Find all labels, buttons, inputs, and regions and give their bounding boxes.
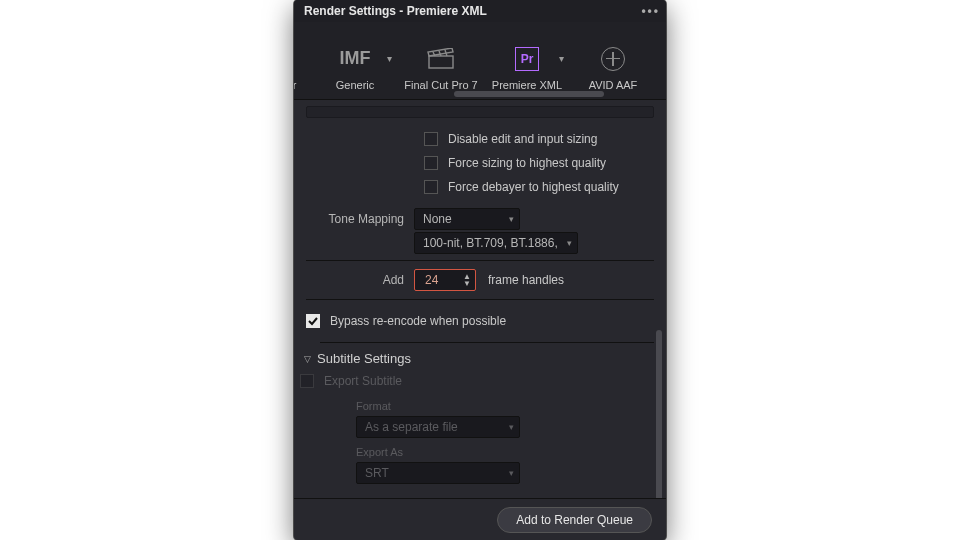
frame-handles-stepper[interactable]: 24 ▲▼ bbox=[414, 269, 476, 291]
render-settings-panel: Render Settings - Premiere XML ••• H.265… bbox=[294, 0, 666, 540]
clapperboard-icon bbox=[427, 48, 455, 70]
subtitle-settings-title: Subtitle Settings bbox=[317, 351, 411, 366]
add-to-render-queue-button[interactable]: Add to Render Queue bbox=[497, 507, 652, 533]
subtitle-exportas-label: Export As bbox=[356, 446, 654, 458]
disable-edit-sizing-checkbox[interactable] bbox=[424, 132, 438, 146]
content-scrollbar[interactable] bbox=[656, 330, 662, 498]
tone-mapping-select[interactable]: None bbox=[414, 208, 520, 230]
subtitle-format-label: Format bbox=[356, 400, 654, 412]
frame-handles-value: 24 bbox=[425, 273, 438, 287]
export-subtitle-label: Export Subtitle bbox=[324, 374, 402, 388]
export-subtitle-checkbox[interactable] bbox=[300, 374, 314, 388]
force-sizing-label: Force sizing to highest quality bbox=[448, 156, 606, 170]
svg-rect-0 bbox=[429, 56, 453, 68]
disclosure-triangle-icon: ▽ bbox=[304, 354, 311, 364]
subtitle-exportas-select[interactable]: SRT bbox=[356, 462, 520, 484]
tab-label: AVID AAF bbox=[570, 79, 656, 91]
subtitle-settings-header[interactable]: ▽ Subtitle Settings bbox=[304, 351, 654, 366]
force-debayer-checkbox[interactable] bbox=[424, 180, 438, 194]
bypass-reencode-checkbox[interactable] bbox=[306, 314, 320, 328]
tone-mapping-label: Tone Mapping bbox=[306, 212, 414, 226]
chevron-down-icon: ▾ bbox=[387, 53, 392, 64]
add-handles-label: Add bbox=[306, 273, 414, 287]
window-title: Render Settings - Premiere XML bbox=[304, 4, 487, 18]
format-tab-premiere-xml[interactable]: Pr▾Premiere XML bbox=[484, 31, 570, 91]
subtitle-format-select[interactable]: As a separate file bbox=[356, 416, 520, 438]
force-debayer-label: Force debayer to highest quality bbox=[448, 180, 619, 194]
tab-label: 265 Master bbox=[294, 79, 312, 91]
footer: Add to Render Queue bbox=[294, 498, 666, 540]
format-tabstrip: H.265265 MasterIMF▾GenericFinal Cut Pro … bbox=[294, 22, 666, 100]
premiere-icon: Pr bbox=[515, 47, 539, 71]
chevron-down-icon: ▾ bbox=[559, 53, 564, 64]
format-tab-avid-aaf[interactable]: AVID AAF bbox=[570, 31, 656, 91]
format-tab-generic[interactable]: IMF▾Generic bbox=[312, 31, 398, 91]
format-tab-final-cut-pro-7[interactable]: Final Cut Pro 7 bbox=[398, 31, 484, 91]
disable-edit-sizing-label: Disable edit and input sizing bbox=[448, 132, 597, 146]
stepper-arrows-icon[interactable]: ▲▼ bbox=[463, 273, 471, 287]
section-divider bbox=[306, 106, 654, 118]
bypass-reencode-label: Bypass re-encode when possible bbox=[330, 314, 506, 328]
settings-body: Disable edit and input sizing Force sizi… bbox=[294, 100, 666, 498]
format-text-icon: IMF bbox=[340, 48, 371, 69]
tone-preset-select[interactable]: 100-nit, BT.709, BT.1886, Full bbox=[414, 232, 578, 254]
tabstrip-scrollbar[interactable] bbox=[454, 91, 604, 97]
more-icon[interactable]: ••• bbox=[641, 4, 660, 18]
force-sizing-checkbox[interactable] bbox=[424, 156, 438, 170]
tab-label: Final Cut Pro 7 bbox=[398, 79, 484, 91]
tab-label: Premiere XML bbox=[484, 79, 570, 91]
tab-label: Generic bbox=[312, 79, 398, 91]
film-reel-icon bbox=[601, 47, 625, 71]
titlebar: Render Settings - Premiere XML ••• bbox=[294, 0, 666, 22]
frame-handles-suffix: frame handles bbox=[488, 273, 564, 287]
format-tab-265-master[interactable]: H.265265 Master bbox=[294, 31, 312, 91]
